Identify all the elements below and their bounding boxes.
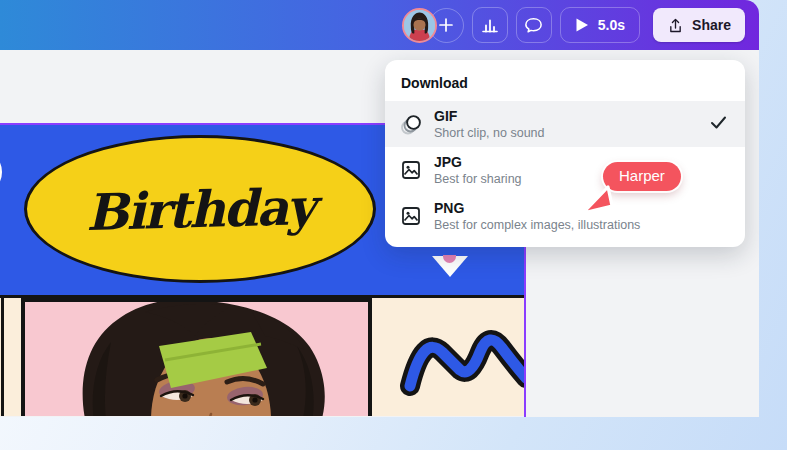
download-menu-title: Download [385, 60, 745, 101]
image-file-icon [400, 159, 422, 181]
collaborator-cursor-icon [578, 183, 616, 219]
plus-icon [438, 17, 454, 33]
canvas-workspace: Birthday [0, 50, 759, 417]
menu-item-png[interactable]: PNG Best for complex images, illustratio… [385, 193, 745, 239]
user-avatar[interactable] [402, 8, 437, 43]
share-label: Share [692, 17, 731, 33]
menu-item-jpg[interactable]: JPG Best for sharing [385, 147, 745, 193]
headline-text: Birthday [86, 177, 315, 242]
app-window: 5.0s Share Birthday [0, 0, 759, 417]
squiggle-shape [390, 316, 524, 411]
portrait-illustration [25, 302, 368, 416]
format-label: JPG [434, 155, 522, 170]
format-description: Best for complex images, illustrations [434, 218, 640, 232]
share-button[interactable]: Share [653, 8, 745, 42]
frame-edge-line [1, 298, 4, 416]
comments-button[interactable] [516, 7, 552, 43]
image-file-icon [400, 205, 422, 227]
play-preview-button[interactable]: 5.0s [560, 7, 640, 43]
share-upload-icon [667, 17, 684, 34]
headline-ellipse: Birthday [24, 135, 376, 283]
avatar-photo [404, 10, 435, 41]
design-body [0, 298, 524, 416]
play-duration: 5.0s [598, 17, 625, 33]
editor-toolbar: 5.0s Share [0, 0, 759, 50]
format-description: Best for sharing [434, 172, 522, 186]
portrait-photo [21, 298, 372, 416]
comment-bubble-icon [523, 15, 544, 36]
bar-chart-icon [480, 15, 500, 35]
gif-file-icon [400, 113, 422, 135]
menu-item-gif[interactable]: GIF Short clip, no sound [385, 101, 745, 147]
download-menu: Download GIF Short clip, no sound [385, 60, 745, 247]
insights-button[interactable] [472, 7, 508, 43]
ring-shape [0, 149, 2, 195]
checkmark-icon [710, 115, 727, 134]
play-icon [575, 17, 589, 33]
format-description: Short clip, no sound [434, 126, 545, 140]
format-label: GIF [434, 109, 545, 124]
